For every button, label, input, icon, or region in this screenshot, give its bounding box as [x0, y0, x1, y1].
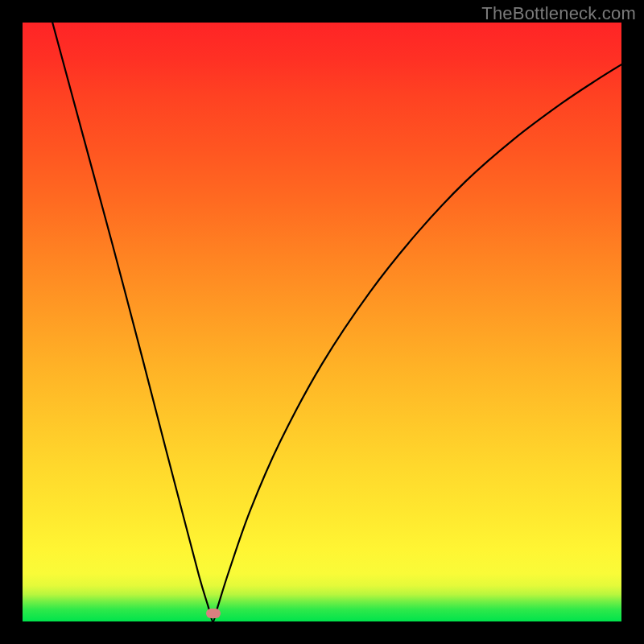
optimum-marker [206, 609, 221, 618]
chart-frame: TheBottleneck.com [0, 0, 644, 644]
watermark-text: TheBottleneck.com [481, 3, 636, 24]
plot-area [23, 23, 621, 621]
bottleneck-curve [23, 23, 621, 621]
